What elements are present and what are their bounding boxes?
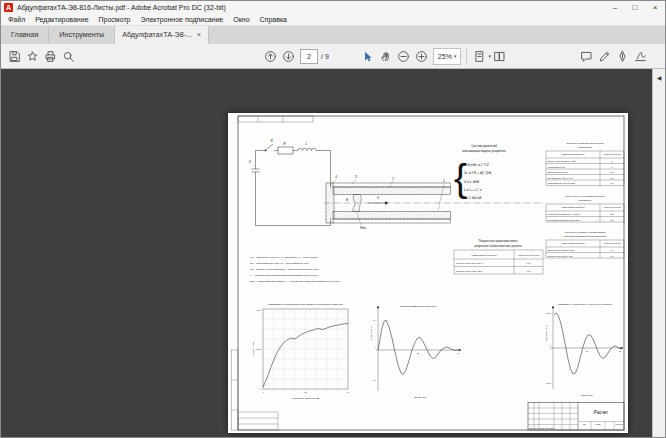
window-title: АбдулфатахТА-Э8-816-Листы.pdf - Adobe Ac…: [17, 4, 226, 11]
star-button[interactable]: [23, 47, 41, 65]
table-title: Полученные в результате расчета: [565, 195, 605, 198]
menu-edit[interactable]: Редактирование: [30, 16, 93, 23]
col-header: Наименование величины: [471, 254, 497, 256]
chart-title: Зависимость напряжения от длительности р…: [558, 303, 613, 305]
stamp-label: Лит.: [583, 423, 587, 425]
save-icon: [8, 50, 21, 63]
equation: U = L·dI/dt: [464, 180, 479, 184]
menu-bar: Файл Редактирование Просмотр Электронное…: [1, 14, 665, 26]
equations-subtitle: описывающая модель ускорителя: [462, 150, 506, 153]
next-page-button[interactable]: [279, 47, 297, 65]
menu-file[interactable]: Файл: [3, 16, 30, 23]
select-tool-button[interactable]: [359, 47, 377, 65]
comment-bubble-icon: [580, 50, 593, 63]
two-page-icon: [493, 50, 506, 63]
minimize-button[interactable]: –: [605, 1, 625, 14]
table-title: Расчетные таблицы характеристик: [565, 231, 606, 234]
menu-view[interactable]: Просмотр: [94, 16, 136, 23]
legend-line: V – направление скорости движения плазме…: [250, 274, 318, 277]
plus-circle-icon: [415, 50, 428, 63]
page-divider: /: [321, 53, 323, 60]
menu-window[interactable]: Окно: [228, 16, 254, 23]
document-view[interactable]: R L C K: [1, 69, 665, 437]
collapse-panel-icon[interactable]: ◀: [657, 75, 662, 81]
table-title: Полученные характеристики в: [479, 239, 518, 243]
legend-line: C0 – емкость конденсатора; B – индукция …: [250, 268, 319, 271]
title-bar: A АбдулфатахТА-Э8-816-Листы.pdf - Adobe …: [1, 1, 665, 14]
window-controls: – □ ×: [605, 1, 665, 14]
equation: m·d²x/dt² = L′·I²/2: [464, 163, 489, 167]
legend-line: Rпл – сопротивление плазмы; x – координа…: [250, 280, 340, 283]
signature-button[interactable]: [631, 47, 649, 65]
equation: Uc = I·R + d(L·I)/dt: [464, 171, 491, 175]
tab-tools[interactable]: Инструменты: [49, 26, 115, 44]
col-header: Наименование величины: [561, 206, 585, 208]
menu-esign[interactable]: Электронное подписание: [136, 16, 229, 23]
zoom-out-button[interactable]: [395, 47, 413, 65]
annotate-tools-group: [577, 47, 649, 65]
inductor-label: L: [306, 142, 308, 146]
toolbar-separator: [466, 49, 467, 64]
system-brace: {: [454, 156, 467, 199]
legend-line: R0 – сопротивление шин; L0 – индуктивнос…: [250, 262, 309, 265]
tab-close-icon[interactable]: ×: [197, 26, 201, 44]
cursor-icon: [361, 50, 374, 63]
close-button[interactable]: ×: [645, 1, 665, 14]
acrobat-app-icon: A: [4, 3, 13, 12]
stamp-label: Масштаб: [615, 423, 623, 425]
save-button[interactable]: [5, 47, 23, 65]
chart-title: Осциллограмма разрядного тока: [400, 305, 437, 308]
stamp-document-title: Расчет: [594, 410, 608, 415]
col-header: Численные значения: [603, 242, 621, 244]
stamp-label: Масса: [595, 423, 600, 425]
search-button[interactable]: [59, 47, 77, 65]
comment-button[interactable]: [577, 47, 595, 65]
tab-document-label: АбдулфатахТА-Э8-...: [122, 26, 192, 44]
maximize-button[interactable]: □: [625, 1, 645, 14]
minus-circle-icon: [397, 50, 410, 63]
table-title: параметры: [579, 199, 592, 202]
col-header: Наименование величины: [561, 153, 585, 155]
signature-icon: [634, 50, 647, 63]
pen-nib-icon: [616, 50, 629, 63]
pencil-icon: [598, 50, 611, 63]
col-header: Численные значения: [603, 206, 621, 208]
table-title: параметров: [578, 146, 592, 149]
chart-title: Зависимость скорости истечения плазмы от…: [268, 303, 343, 306]
page-fit-dropdown[interactable]: [470, 47, 488, 65]
pdf-page[interactable]: R L C K: [228, 113, 628, 433]
star-icon: [26, 50, 39, 63]
file-tools-group: [5, 47, 77, 65]
engineering-drawing: R L C K: [228, 113, 628, 433]
table-title: результате баллистического расчета: [475, 244, 522, 248]
view-tools-group: 25% ▾ ▾: [359, 47, 509, 65]
zoom-in-button[interactable]: [413, 47, 431, 65]
page-total: 9: [325, 53, 329, 60]
acrobat-window: A АбдулфатахТА-Э8-816-Листы.pdf - Adobe …: [0, 0, 666, 438]
page-number-input[interactable]: 2: [300, 49, 318, 64]
two-page-view-button[interactable]: [491, 47, 509, 65]
legend-line: 1,2 – электроды (рельсы); 3 – изоляторы;…: [250, 256, 319, 259]
edit-button[interactable]: [595, 47, 613, 65]
tab-document[interactable]: АбдулфатахТА-Э8-... ×: [115, 26, 209, 44]
print-button[interactable]: [41, 47, 59, 65]
zoom-level-dropdown[interactable]: 25% ▾: [433, 48, 462, 65]
hand-icon: [379, 50, 392, 63]
equation: L = L₀ + L′·x: [464, 188, 482, 192]
hand-tool-button[interactable]: [377, 47, 395, 65]
equation: I = C·dUc/dt: [464, 196, 482, 200]
tools-panel-rail[interactable]: ◀: [652, 69, 665, 437]
col-header: Численные значения: [603, 153, 621, 155]
chevron-down-icon: ▾: [454, 53, 457, 59]
col-header: Численные значения: [518, 254, 540, 256]
tab-bar: Главная Инструменты АбдулфатахТА-Э8-... …: [1, 26, 665, 44]
previous-page-button[interactable]: [261, 47, 279, 65]
col-header: Наименование величины: [561, 242, 585, 244]
tab-home[interactable]: Главная: [1, 26, 49, 44]
arrow-up-circle-icon: [264, 50, 277, 63]
equations-title: Система уравнений: [471, 144, 497, 148]
menu-help[interactable]: Справка: [255, 16, 292, 23]
stamp-row-labels: Изм. Лист № докум. Подп. Дата: [529, 427, 554, 429]
printer-icon: [44, 50, 57, 63]
fill-sign-button[interactable]: [613, 47, 631, 65]
